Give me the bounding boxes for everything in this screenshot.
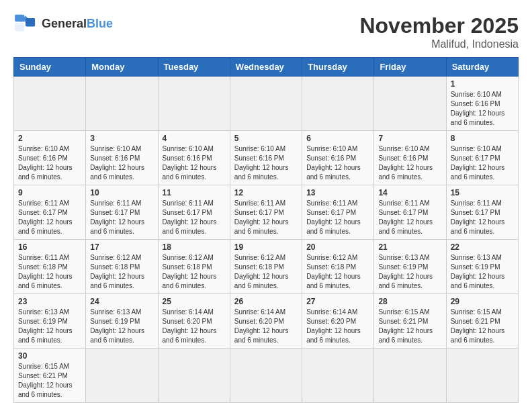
day-info: Sunrise: 6:12 AM Sunset: 6:18 PM Dayligh… bbox=[234, 253, 298, 291]
day-number: 21 bbox=[378, 242, 441, 252]
day-info: Sunrise: 6:11 AM Sunset: 6:18 PM Dayligh… bbox=[18, 253, 81, 291]
day-info: Sunrise: 6:11 AM Sunset: 6:17 PM Dayligh… bbox=[234, 199, 298, 236]
calendar-day-cell bbox=[374, 77, 446, 131]
location: Malifud, Indonesia bbox=[359, 38, 519, 50]
day-info: Sunrise: 6:11 AM Sunset: 6:17 PM Dayligh… bbox=[451, 199, 514, 236]
day-number: 5 bbox=[234, 134, 298, 143]
calendar-day-cell: 13Sunrise: 6:11 AM Sunset: 6:17 PM Dayli… bbox=[302, 185, 374, 240]
calendar-day-cell: 29Sunrise: 6:15 AM Sunset: 6:21 PM Dayli… bbox=[446, 294, 518, 349]
day-number: 15 bbox=[451, 188, 514, 197]
calendar-header-sunday: Sunday bbox=[14, 58, 86, 77]
calendar-day-cell: 2Sunrise: 6:10 AM Sunset: 6:16 PM Daylig… bbox=[14, 131, 86, 185]
calendar-day-cell bbox=[14, 77, 86, 131]
day-number: 6 bbox=[306, 134, 369, 143]
calendar-day-cell: 21Sunrise: 6:13 AM Sunset: 6:19 PM Dayli… bbox=[374, 240, 446, 294]
day-number: 16 bbox=[18, 242, 81, 252]
calendar-day-cell: 16Sunrise: 6:11 AM Sunset: 6:18 PM Dayli… bbox=[14, 240, 86, 294]
day-number: 10 bbox=[90, 188, 153, 197]
calendar-day-cell: 12Sunrise: 6:11 AM Sunset: 6:17 PM Dayli… bbox=[230, 185, 302, 240]
calendar-day-cell bbox=[446, 349, 518, 403]
calendar-header-row: SundayMondayTuesdayWednesdayThursdayFrid… bbox=[14, 58, 519, 77]
calendar-week-row-1: 1Sunrise: 6:10 AM Sunset: 6:16 PM Daylig… bbox=[14, 77, 519, 131]
calendar-day-cell: 6Sunrise: 6:10 AM Sunset: 6:16 PM Daylig… bbox=[302, 131, 374, 185]
calendar-day-cell: 11Sunrise: 6:11 AM Sunset: 6:17 PM Dayli… bbox=[158, 185, 230, 240]
day-info: Sunrise: 6:15 AM Sunset: 6:21 PM Dayligh… bbox=[451, 308, 514, 345]
day-number: 28 bbox=[378, 297, 441, 306]
calendar-day-cell: 7Sunrise: 6:10 AM Sunset: 6:16 PM Daylig… bbox=[374, 131, 446, 185]
day-number: 26 bbox=[234, 297, 298, 306]
day-info: Sunrise: 6:10 AM Sunset: 6:16 PM Dayligh… bbox=[163, 144, 226, 182]
day-number: 25 bbox=[163, 297, 226, 306]
day-info: Sunrise: 6:10 AM Sunset: 6:16 PM Dayligh… bbox=[90, 144, 153, 182]
calendar-week-row-5: 23Sunrise: 6:13 AM Sunset: 6:19 PM Dayli… bbox=[14, 294, 519, 349]
day-number: 27 bbox=[306, 297, 369, 306]
calendar-day-cell bbox=[230, 349, 302, 403]
calendar-day-cell: 8Sunrise: 6:10 AM Sunset: 6:17 PM Daylig… bbox=[446, 131, 518, 185]
svg-rect-2 bbox=[26, 18, 35, 26]
calendar-day-cell: 3Sunrise: 6:10 AM Sunset: 6:16 PM Daylig… bbox=[86, 131, 158, 185]
calendar-day-cell: 26Sunrise: 6:14 AM Sunset: 6:20 PM Dayli… bbox=[230, 294, 302, 349]
calendar-day-cell: 17Sunrise: 6:12 AM Sunset: 6:18 PM Dayli… bbox=[86, 240, 158, 294]
calendar-week-row-6: 30Sunrise: 6:15 AM Sunset: 6:21 PM Dayli… bbox=[14, 349, 519, 403]
day-info: Sunrise: 6:13 AM Sunset: 6:19 PM Dayligh… bbox=[90, 308, 153, 345]
logo: GeneralBlue bbox=[13, 13, 113, 34]
day-number: 24 bbox=[90, 297, 153, 306]
day-info: Sunrise: 6:10 AM Sunset: 6:16 PM Dayligh… bbox=[306, 144, 369, 182]
calendar-day-cell: 18Sunrise: 6:12 AM Sunset: 6:18 PM Dayli… bbox=[158, 240, 230, 294]
day-info: Sunrise: 6:12 AM Sunset: 6:18 PM Dayligh… bbox=[90, 253, 153, 291]
day-number: 23 bbox=[18, 297, 81, 306]
day-info: Sunrise: 6:11 AM Sunset: 6:17 PM Dayligh… bbox=[163, 199, 226, 236]
day-number: 13 bbox=[306, 188, 369, 197]
calendar-day-cell bbox=[302, 349, 374, 403]
calendar-day-cell: 27Sunrise: 6:14 AM Sunset: 6:20 PM Dayli… bbox=[302, 294, 374, 349]
month-title: November 2025 bbox=[359, 13, 519, 38]
svg-rect-3 bbox=[15, 23, 24, 31]
day-info: Sunrise: 6:11 AM Sunset: 6:17 PM Dayligh… bbox=[18, 199, 81, 236]
calendar-week-row-3: 9Sunrise: 6:11 AM Sunset: 6:17 PM Daylig… bbox=[14, 185, 519, 240]
calendar-day-cell: 23Sunrise: 6:13 AM Sunset: 6:19 PM Dayli… bbox=[14, 294, 86, 349]
calendar-header-monday: Monday bbox=[86, 58, 158, 77]
day-number: 18 bbox=[163, 242, 226, 252]
day-number: 1 bbox=[451, 79, 514, 89]
day-number: 3 bbox=[90, 134, 153, 143]
day-info: Sunrise: 6:13 AM Sunset: 6:19 PM Dayligh… bbox=[451, 253, 514, 291]
logo-text: GeneralBlue bbox=[42, 17, 113, 31]
calendar-day-cell: 30Sunrise: 6:15 AM Sunset: 6:21 PM Dayli… bbox=[14, 349, 86, 403]
day-number: 30 bbox=[18, 351, 81, 361]
calendar-day-cell: 9Sunrise: 6:11 AM Sunset: 6:17 PM Daylig… bbox=[14, 185, 86, 240]
calendar-day-cell bbox=[158, 77, 230, 131]
day-number: 17 bbox=[90, 242, 153, 252]
day-info: Sunrise: 6:11 AM Sunset: 6:17 PM Dayligh… bbox=[90, 199, 153, 236]
day-number: 4 bbox=[163, 134, 226, 143]
day-info: Sunrise: 6:14 AM Sunset: 6:20 PM Dayligh… bbox=[234, 308, 298, 345]
day-info: Sunrise: 6:11 AM Sunset: 6:17 PM Dayligh… bbox=[306, 199, 369, 236]
calendar-day-cell bbox=[86, 77, 158, 131]
day-number: 22 bbox=[451, 242, 514, 252]
calendar-day-cell: 19Sunrise: 6:12 AM Sunset: 6:18 PM Dayli… bbox=[230, 240, 302, 294]
calendar-header-thursday: Thursday bbox=[302, 58, 374, 77]
calendar-day-cell: 4Sunrise: 6:10 AM Sunset: 6:16 PM Daylig… bbox=[158, 131, 230, 185]
calendar-day-cell: 22Sunrise: 6:13 AM Sunset: 6:19 PM Dayli… bbox=[446, 240, 518, 294]
logo-icon bbox=[13, 13, 38, 34]
day-info: Sunrise: 6:10 AM Sunset: 6:16 PM Dayligh… bbox=[451, 90, 514, 128]
calendar-week-row-2: 2Sunrise: 6:10 AM Sunset: 6:16 PM Daylig… bbox=[14, 131, 519, 185]
calendar-header-tuesday: Tuesday bbox=[158, 58, 230, 77]
page-header: GeneralBlue November 2025 Malifud, Indon… bbox=[13, 13, 519, 50]
day-info: Sunrise: 6:12 AM Sunset: 6:18 PM Dayligh… bbox=[306, 253, 369, 291]
day-number: 8 bbox=[451, 134, 514, 143]
calendar-day-cell: 14Sunrise: 6:11 AM Sunset: 6:17 PM Dayli… bbox=[374, 185, 446, 240]
day-info: Sunrise: 6:10 AM Sunset: 6:16 PM Dayligh… bbox=[234, 144, 298, 182]
calendar-day-cell: 25Sunrise: 6:14 AM Sunset: 6:20 PM Dayli… bbox=[158, 294, 230, 349]
day-number: 29 bbox=[451, 297, 514, 306]
day-number: 12 bbox=[234, 188, 298, 197]
calendar-day-cell bbox=[302, 77, 374, 131]
day-info: Sunrise: 6:10 AM Sunset: 6:16 PM Dayligh… bbox=[18, 144, 81, 182]
day-info: Sunrise: 6:13 AM Sunset: 6:19 PM Dayligh… bbox=[378, 253, 441, 291]
day-number: 9 bbox=[18, 188, 81, 197]
day-info: Sunrise: 6:14 AM Sunset: 6:20 PM Dayligh… bbox=[163, 308, 226, 345]
day-number: 2 bbox=[18, 134, 81, 143]
calendar-header-saturday: Saturday bbox=[446, 58, 518, 77]
calendar-day-cell bbox=[86, 349, 158, 403]
calendar-day-cell: 5Sunrise: 6:10 AM Sunset: 6:16 PM Daylig… bbox=[230, 131, 302, 185]
day-info: Sunrise: 6:12 AM Sunset: 6:18 PM Dayligh… bbox=[163, 253, 226, 291]
